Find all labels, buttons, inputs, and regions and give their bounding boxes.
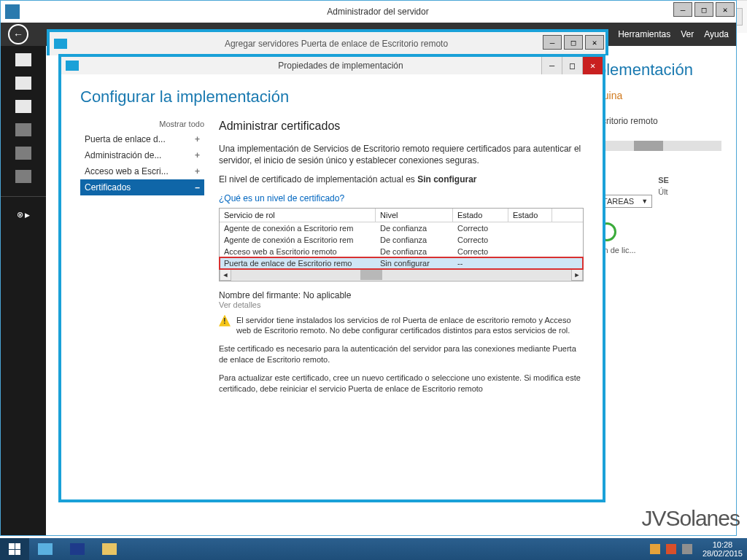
main-minimize-button[interactable]: —: [673, 2, 692, 17]
bg-lic-label: ión de lic...: [597, 246, 736, 254]
dialog-minimize-button[interactable]: —: [541, 57, 562, 74]
table-header: Servicio de rol Nivel Estado Estado: [220, 209, 583, 222]
wizard-maximize-button[interactable]: □: [564, 35, 583, 50]
deployment-properties-dialog: Propiedades de implementación — □ ✕ Conf…: [58, 54, 605, 502]
nav-item-admin[interactable]: Administración de...+: [80, 147, 204, 163]
sidebar-expand-button[interactable]: ⊗▶: [17, 210, 30, 219]
wizard-close-button[interactable]: ✕: [585, 35, 604, 50]
signer-label: Nombre del firmante: No aplicable: [219, 290, 584, 300]
start-button[interactable]: [0, 538, 29, 560]
taskbar-explorer[interactable]: [93, 538, 125, 560]
warning-box: El servidor tiene instalados los servici…: [219, 315, 584, 337]
nav-item-certificates[interactable]: Certificados–: [80, 179, 204, 195]
table-h-scrollbar[interactable]: ◄ ►: [220, 269, 583, 281]
bg-ult-label: Últ: [658, 187, 669, 196]
dialog-icon: [66, 61, 79, 71]
sidebar-all-servers-icon[interactable]: [15, 100, 31, 113]
wizard-title: Agregar servidores Puerta de enlace de E…: [67, 39, 605, 49]
th-nivel[interactable]: Nivel: [376, 209, 453, 222]
main-close-button[interactable]: ✕: [716, 2, 735, 17]
sidebar-local-server-icon[interactable]: [15, 77, 31, 90]
watermark-text: JVSolanes: [642, 506, 740, 531]
bg-se-label: SE: [658, 176, 669, 184]
sidebar-iis-icon[interactable]: [15, 123, 31, 136]
tareas-dropdown[interactable]: TAREAS: [597, 195, 652, 208]
table-row-selected[interactable]: Puerta de enlace de Escritorio remoSin c…: [220, 257, 583, 269]
system-tray: [650, 544, 698, 554]
show-all-link[interactable]: Mostrar todo: [80, 120, 204, 128]
dialog-close-button[interactable]: ✕: [582, 57, 603, 74]
bg-heading: plementación: [597, 61, 736, 79]
scroll-right-icon[interactable]: ►: [571, 269, 583, 281]
cert-update-text: Para actualizar este certificado, cree u…: [219, 373, 584, 394]
dialog-heading: Configurar la implementación: [80, 88, 584, 106]
wizard-icon: [54, 39, 67, 49]
main-titlebar: Administrador del servidor — □ ✕: [1, 1, 736, 23]
menu-ayuda[interactable]: Ayuda: [704, 29, 729, 39]
th-estado1[interactable]: Estado: [453, 209, 508, 222]
server-manager-icon: [5, 4, 20, 19]
back-button[interactable]: ←: [8, 24, 28, 44]
dialog-nav: Mostrar todo Puerta de enlace d...+ Admi…: [80, 120, 204, 492]
bg-subheading: quina: [597, 90, 736, 101]
wizard-window: Agregar servidores Puerta de enlace de E…: [47, 29, 608, 55]
th-estado2[interactable]: Estado: [508, 209, 552, 222]
taskbar-clock[interactable]: 10:28 28/02/2015: [698, 540, 747, 558]
table-row[interactable]: Agente de conexión a Escritorio remDe co…: [220, 234, 583, 246]
clock-time: 10:28: [703, 540, 743, 549]
dialog-maximize-button[interactable]: □: [562, 57, 582, 74]
sidebar-nps-icon[interactable]: [15, 147, 31, 160]
taskbar: 10:28 28/02/2015: [0, 538, 747, 560]
clock-date: 28/02/2015: [703, 549, 743, 558]
table-row[interactable]: Agente de conexión a Escritorio remDe co…: [220, 222, 583, 234]
main-sidebar: ⊗▶: [1, 46, 46, 535]
intro-text: Una implementación de Servicios de Escri…: [219, 143, 584, 166]
what-is-cert-level-link[interactable]: ¿Qué es un nivel de certificado?: [219, 193, 584, 203]
tray-flag-icon[interactable]: [650, 544, 660, 554]
warning-icon: [219, 315, 231, 327]
tray-volume-icon[interactable]: [682, 544, 692, 554]
sidebar-rds-icon[interactable]: [15, 170, 31, 183]
nav-item-webaccess[interactable]: Acceso web a Escri...+: [80, 163, 204, 179]
background-deployment-panel: plementación quina scritorio remoto TARE…: [597, 61, 736, 254]
sidebar-dashboard-icon[interactable]: [15, 53, 31, 66]
tray-shield-icon[interactable]: [666, 544, 676, 554]
cert-purpose-text: Este certificado es necesario para la au…: [219, 343, 584, 365]
dialog-titlebar: Propiedades de implementación — □ ✕: [61, 57, 603, 74]
dialog-title: Propiedades de implementación: [79, 61, 603, 71]
th-servicio[interactable]: Servicio de rol: [220, 209, 376, 222]
table-row[interactable]: Acceso web a Escritorio remotoDe confian…: [220, 246, 583, 257]
taskbar-powershell[interactable]: [61, 538, 93, 560]
taskbar-server-manager[interactable]: [29, 538, 61, 560]
right-heading: Administrar certificados: [219, 120, 584, 133]
wizard-minimize-button[interactable]: —: [543, 35, 562, 50]
nav-item-gateway[interactable]: Puerta de enlace d...+: [80, 131, 204, 147]
ver-detalles-link[interactable]: Ver detalles: [219, 300, 584, 309]
certificates-table: Servicio de rol Nivel Estado Estado Agen…: [219, 208, 584, 281]
level-text: El nivel de certificado de implementació…: [219, 174, 584, 185]
menu-ver[interactable]: Ver: [681, 29, 694, 39]
scroll-left-icon[interactable]: ◄: [220, 269, 231, 281]
bg-text: scritorio remoto: [597, 116, 736, 126]
bg-scrollbar[interactable]: [597, 141, 721, 151]
main-maximize-button[interactable]: □: [694, 2, 713, 17]
warning-text: El servidor tiene instalados los servici…: [236, 315, 584, 337]
main-title: Administrador del servidor: [20, 7, 736, 17]
dialog-right-pane: Administrar certificados Una implementac…: [219, 120, 584, 492]
menu-herramientas[interactable]: Herramientas: [618, 29, 670, 39]
